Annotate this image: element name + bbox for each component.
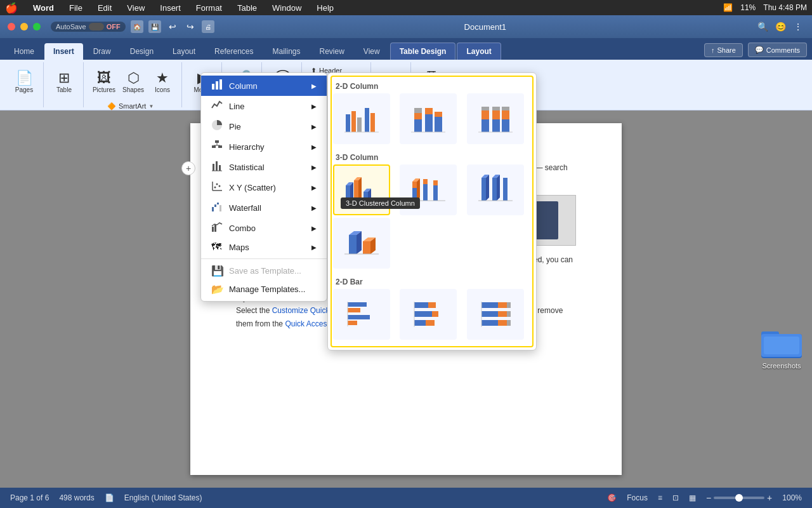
save-icon[interactable]: 💾 (148, 20, 161, 33)
group-pages: 📄 Pages (5, 62, 44, 107)
wifi-icon[interactable]: 📶 (723, 3, 733, 12)
table-button[interactable]: ⊞ Table (50, 65, 78, 99)
chart-3d-stacked-col[interactable] (400, 164, 457, 215)
svg-rect-100 (507, 302, 511, 308)
tab-table-design[interactable]: Table Design (390, 43, 456, 60)
chart-3d-col[interactable] (333, 218, 390, 269)
view-icon-2[interactable]: ⊡ (672, 493, 679, 502)
chart-menu-hierarchy[interactable]: Hierarchy ▶ (201, 137, 327, 157)
zoom-plus[interactable]: + (767, 493, 772, 503)
apple-menu-icon[interactable]: 🍎 (5, 2, 18, 14)
chart-menu-statistical[interactable]: Statistical ▶ (201, 157, 327, 177)
menubar-file[interactable]: File (67, 3, 85, 13)
tab-table-layout[interactable]: Layout (457, 43, 501, 60)
tab-insert[interactable]: Insert (44, 43, 83, 60)
zoom-level[interactable]: 100% (782, 493, 802, 502)
tab-references[interactable]: References (206, 43, 262, 60)
chart-clustered-col[interactable] (333, 93, 390, 144)
tab-home[interactable]: Home (5, 43, 43, 60)
chart-menu-combo[interactable]: Combo ▶ (201, 218, 327, 238)
pages-button[interactable]: 📄 Pages (10, 65, 38, 99)
undo-icon[interactable]: ↩ (166, 20, 179, 33)
svg-marker-82 (363, 241, 370, 254)
maximize-button[interactable] (33, 23, 41, 30)
title-search-icon[interactable]: 🔍 (756, 20, 769, 33)
svg-marker-79 (349, 235, 357, 254)
menubar-view[interactable]: View (124, 3, 147, 13)
tab-design[interactable]: Design (121, 43, 162, 60)
chart-100-stacked-bar[interactable] (467, 289, 524, 340)
zoom-slider[interactable]: − + (706, 493, 772, 503)
desktop-screenshots-icon[interactable]: Screenshots (761, 326, 802, 370)
icons-button[interactable]: ★ Icons (148, 65, 176, 99)
redo-icon[interactable]: ↪ (184, 20, 197, 33)
chart-100-stacked-col[interactable] (467, 93, 524, 144)
menubar-format[interactable]: Format (193, 3, 225, 13)
menubar-help[interactable]: Help (314, 3, 336, 13)
svg-rect-101 (481, 311, 498, 317)
svg-rect-50 (502, 107, 509, 110)
svg-rect-105 (498, 320, 507, 326)
3d-100-stacked-col-svg (476, 173, 514, 208)
add-content-button[interactable]: + (181, 161, 195, 175)
tab-review[interactable]: Review (311, 43, 353, 60)
pictures-button[interactable]: 🖼 Pictures (90, 65, 118, 99)
tab-mailings[interactable]: Mailings (263, 43, 309, 60)
language: English (United States) (124, 493, 202, 502)
chart-stacked-col[interactable] (400, 93, 457, 144)
chart-menu-pie[interactable]: Pie ▶ (201, 116, 327, 137)
comments-button[interactable]: 💬 Comments (748, 43, 807, 57)
chart-3d-clustered-col[interactable]: 3-D Clustered Column (333, 164, 390, 215)
zoom-thumb[interactable] (735, 494, 743, 502)
svg-rect-44 (481, 107, 489, 110)
print-icon[interactable]: 🖨 (202, 20, 214, 33)
view-icon-3[interactable]: ▦ (689, 493, 696, 502)
manage-templates-button[interactable]: 📂 Manage Templates... (201, 280, 327, 298)
tab-view[interactable]: View (355, 43, 389, 60)
statusbar: Page 1 of 6 498 words 📄 English (United … (0, 488, 812, 508)
svg-rect-102 (498, 311, 507, 317)
zoom-minus[interactable]: − (706, 493, 711, 503)
close-button[interactable] (8, 23, 15, 30)
maps-submenu-arrow: ▶ (311, 244, 317, 251)
pie-chart-icon (211, 119, 224, 133)
chart-menu-waterfall[interactable]: Waterfall ▶ (201, 197, 327, 218)
zoom-track[interactable] (714, 497, 764, 499)
tab-layout[interactable]: Layout (164, 43, 204, 60)
chart-3d-100-stacked-col[interactable] (467, 164, 524, 215)
tab-draw[interactable]: Draw (84, 43, 120, 60)
svg-rect-99 (498, 302, 507, 308)
svg-rect-37 (425, 114, 433, 132)
account-icon[interactable]: 😊 (774, 20, 787, 33)
svg-rect-36 (414, 108, 422, 113)
line-chart-icon (211, 99, 224, 113)
minimize-button[interactable] (20, 23, 28, 30)
svg-marker-52 (346, 185, 350, 201)
chart-stacked-bar[interactable] (400, 289, 457, 340)
menubar-insert[interactable]: Insert (157, 3, 183, 13)
kebab-icon[interactable]: ⋮ (792, 20, 804, 33)
shapes-button[interactable]: ⬡ Shapes (119, 65, 147, 99)
chart-menu-column[interactable]: Column ▶ (201, 76, 327, 96)
chart-clustered-bar[interactable] (333, 289, 390, 340)
3d-col-svg (343, 226, 381, 261)
chart-menu-line[interactable]: Line ▶ (201, 96, 327, 116)
menubar-window[interactable]: Window (270, 3, 304, 13)
svg-marker-66 (423, 184, 428, 201)
menubar-table[interactable]: Table (235, 3, 259, 13)
folder-icon-svg (761, 326, 802, 359)
chart-menu-xy[interactable]: X Y (Scatter) ▶ (201, 177, 327, 197)
share-button[interactable]: ↑ Share (704, 43, 743, 57)
svg-marker-76 (497, 175, 500, 201)
svg-marker-74 (492, 178, 497, 201)
svg-rect-10 (218, 145, 222, 148)
autosave-toggle[interactable] (89, 23, 104, 30)
menubar-word[interactable]: Word (30, 3, 56, 13)
chart-menu-maps[interactable]: 🗺 Maps ▶ (201, 238, 327, 256)
svg-rect-22 (212, 207, 214, 211)
home-icon[interactable]: 🏠 (131, 20, 143, 33)
hierarchy-chart-icon (211, 140, 224, 154)
menubar-edit[interactable]: Edit (95, 3, 114, 13)
view-icon-1[interactable]: ≡ (658, 493, 662, 502)
mac-menubar: 🍎 Word File Edit View Insert Format Tabl… (0, 0, 812, 15)
